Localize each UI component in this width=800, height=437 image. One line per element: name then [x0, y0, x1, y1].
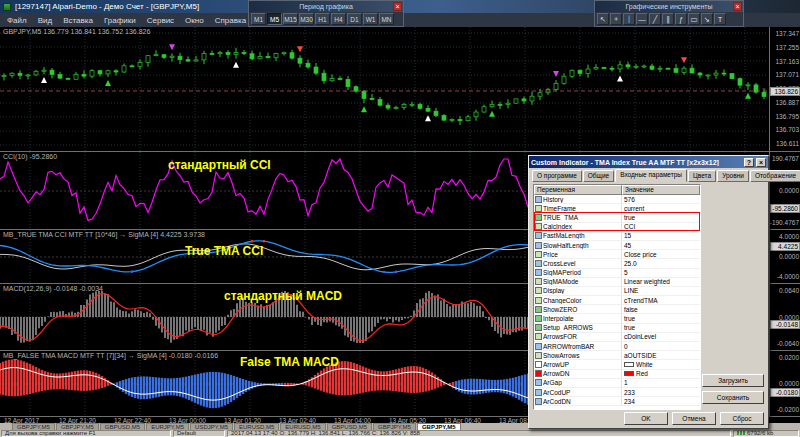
parameter-row[interactable]: ArrowsFORcDoinLevel: [534, 333, 700, 342]
tab-Цвета[interactable]: Цвета: [688, 170, 716, 182]
close-icon[interactable]: ×: [733, 2, 742, 11]
chart-tab[interactable]: GBPJPY,M5: [417, 423, 461, 430]
parameter-value[interactable]: 45: [621, 241, 700, 249]
tab-Уровни[interactable]: Уровни: [717, 170, 749, 182]
parameter-value[interactable]: false: [621, 305, 700, 313]
close-icon[interactable]: ×: [756, 158, 766, 167]
parameter-row[interactable]: SlowHalfLength45: [534, 241, 700, 250]
chart-tab[interactable]: GBPUSD,M5: [100, 423, 145, 430]
trendline-icon[interactable]: ╱: [649, 13, 661, 25]
menu-item-Графики[interactable]: Графики: [104, 16, 136, 25]
channel-icon[interactable]: ∥: [662, 13, 674, 25]
parameter-value[interactable]: White: [621, 360, 700, 368]
save-button[interactable]: Сохранить: [702, 391, 764, 404]
cursor-icon[interactable]: ↖: [597, 13, 609, 25]
tab-О программе[interactable]: О программе: [532, 170, 582, 182]
menu-item-Вид[interactable]: Вид: [38, 16, 52, 25]
parameter-value[interactable]: Red: [621, 370, 700, 378]
parameter-row[interactable]: ARROWfromBAR0: [534, 342, 700, 351]
parameter-value[interactable]: cTrendTMA: [621, 296, 700, 304]
parameter-row[interactable]: ShowZEROfalse: [534, 305, 700, 314]
close-icon[interactable]: ×: [393, 2, 402, 11]
parameter-row[interactable]: TimeFramecurrent: [534, 204, 700, 213]
chart-tab[interactable]: GBPJPY,M5: [56, 423, 99, 430]
parameter-row[interactable]: ArCodDN234: [534, 397, 700, 406]
parameter-row[interactable]: History576: [534, 195, 700, 204]
reset-button[interactable]: Сброс: [720, 412, 764, 425]
tab-Общие[interactable]: Общие: [583, 170, 614, 182]
parameter-value[interactable]: true: [621, 314, 700, 322]
help-icon[interactable]: ?: [744, 158, 754, 167]
parameter-value[interactable]: CCI: [621, 223, 700, 231]
timeframe-button-h1[interactable]: H1: [315, 13, 330, 25]
candlestick-chart[interactable]: [0, 27, 768, 151]
horizontal-line-icon[interactable]: —: [636, 13, 648, 25]
tab-Входные параметры[interactable]: Входные параметры: [615, 169, 687, 182]
parameter-row[interactable]: ArCodUP233: [534, 388, 700, 397]
timeframe-button-w1[interactable]: W1: [363, 13, 378, 25]
parameter-value[interactable]: 576: [621, 195, 700, 203]
tab-Отображение[interactable]: Отображение: [750, 170, 800, 182]
parameter-value[interactable]: 5: [621, 269, 700, 277]
menu-item-Справка[interactable]: Справка: [215, 16, 246, 25]
chart-tab[interactable]: USDJPY,M5: [190, 423, 233, 430]
period-toolbar-titlebar[interactable]: Период графика ×: [249, 1, 403, 12]
parameter-value[interactable]: 233: [621, 388, 700, 396]
parameter-value[interactable]: Close price: [621, 250, 700, 258]
column-header-value[interactable]: Значение: [622, 185, 700, 195]
timeframe-button-d1[interactable]: D1: [347, 13, 362, 25]
vertical-line-icon[interactable]: ｜: [623, 13, 635, 25]
arrows-icon[interactable]: ↘: [701, 13, 713, 25]
main-chart-pane[interactable]: GBPJPY,M5 136.779 136.841 136.752 136.82…: [0, 27, 800, 151]
timeframe-button-h4[interactable]: H4: [331, 13, 346, 25]
timeframe-button-m1[interactable]: M1: [251, 13, 266, 25]
parameter-value[interactable]: 1: [621, 379, 700, 387]
cancel-button[interactable]: Отмена: [672, 412, 716, 425]
parameter-row[interactable]: PriceClose price: [534, 250, 700, 259]
parameter-value[interactable]: true: [621, 324, 700, 332]
chart-tab[interactable]: GBPJPY,M5: [373, 423, 416, 430]
timeframe-button-m30[interactable]: M30: [299, 13, 314, 25]
menu-item-Вставка[interactable]: Вставка: [63, 16, 93, 25]
parameter-row[interactable]: ShowArrowsaOUTSIDE: [534, 351, 700, 360]
parameter-row[interactable]: SigMAModeLinear weighted: [534, 278, 700, 287]
menu-item-Окно[interactable]: Окно: [185, 16, 204, 25]
parameter-value[interactable]: 234: [621, 397, 700, 405]
parameter-row[interactable]: FastMaLength15: [534, 232, 700, 241]
parameter-row[interactable]: Interpolatetrue: [534, 314, 700, 323]
chart-tab[interactable]: EURUSD,M5: [280, 423, 325, 430]
timeframe-button-m15[interactable]: M15: [283, 13, 298, 25]
status-profile[interactable]: Default: [173, 430, 225, 437]
chart-tab[interactable]: EURUSD,M5: [234, 423, 279, 430]
tools-toolbar-titlebar[interactable]: Графические инструменты ×: [595, 1, 743, 12]
fibonacci-icon[interactable]: ƒ: [675, 13, 687, 25]
parameter-row[interactable]: ArrowDNRed: [534, 370, 700, 379]
parameter-value[interactable]: current: [621, 204, 700, 212]
parameter-row[interactable]: SigMAPeriod5: [534, 269, 700, 278]
timeframe-button-m5[interactable]: M5: [267, 13, 282, 25]
chart-tab[interactable]: GBPUSD,M5: [327, 423, 372, 430]
timeframe-button-mn[interactable]: MN: [379, 13, 394, 25]
load-button[interactable]: Загрузить: [702, 374, 764, 387]
dialog-titlebar[interactable]: Custom Indicator - TMA Index True AA MTF…: [529, 156, 768, 168]
parameter-row[interactable]: TRUE_TMAtrue: [534, 213, 700, 222]
parameter-value[interactable]: LINE: [621, 287, 700, 295]
parameter-value[interactable]: aOUTSIDE: [621, 351, 700, 359]
text-icon[interactable]: T: [714, 13, 726, 25]
menu-item-Файл[interactable]: Файл: [7, 16, 27, 25]
parameter-row[interactable]: CalcIndexCCI: [534, 223, 700, 232]
parameter-row[interactable]: CrossLevel25.0: [534, 259, 700, 268]
parameter-value[interactable]: true: [621, 213, 700, 221]
shapes-icon[interactable]: ▭: [688, 13, 700, 25]
parameter-value[interactable]: 15: [621, 232, 700, 240]
parameter-value[interactable]: 25.0: [621, 259, 700, 267]
parameter-value[interactable]: cDoinLevel: [621, 333, 700, 341]
chart-tab[interactable]: GBPJPY,M5: [12, 423, 55, 430]
parameter-row[interactable]: DisplayLINE: [534, 287, 700, 296]
column-header-variable[interactable]: Переменная: [534, 185, 622, 195]
parameter-row[interactable]: Setup_ARROWStrue: [534, 324, 700, 333]
parameter-row[interactable]: ArrowUPWhite: [534, 360, 700, 369]
menu-item-Сервис[interactable]: Сервис: [147, 16, 174, 25]
chart-tab[interactable]: EURJPY,M5: [146, 423, 189, 430]
parameter-value[interactable]: 0: [621, 342, 700, 350]
